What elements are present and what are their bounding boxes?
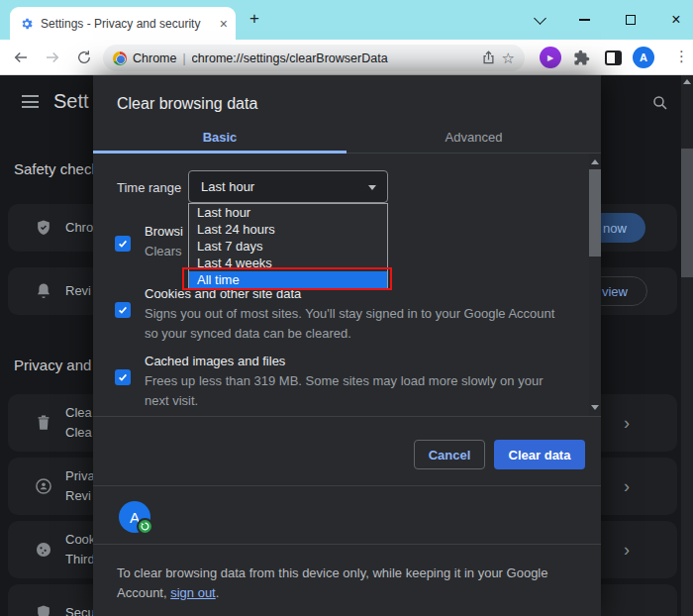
settings-gear-favicon-icon	[20, 17, 34, 31]
tab-close-icon[interactable]: ×	[220, 17, 228, 31]
scroll-up-icon[interactable]	[591, 159, 599, 164]
chevron-right-icon: ›	[624, 414, 630, 432]
annotation-highlight-box	[182, 267, 392, 290]
close-icon: ×	[671, 12, 680, 28]
chevron-down-icon	[534, 12, 546, 25]
side-panel-fill	[615, 52, 620, 63]
reload-icon	[76, 50, 92, 65]
privacy-heading: Privacy and s	[14, 357, 103, 373]
address-bar-url[interactable]: chrome://settings/clearBrowserData	[192, 51, 475, 65]
maximize-icon	[626, 15, 636, 25]
cached-desc-line2: next visit.	[145, 393, 198, 408]
new-tab-button[interactable]: +	[249, 9, 259, 29]
footer-line2-prefix: Account,	[117, 585, 170, 600]
browsing-history-checkbox[interactable]	[115, 236, 131, 252]
window-chevron-down-icon[interactable]	[532, 12, 547, 28]
option-last-7-days[interactable]: Last 7 days	[189, 238, 387, 255]
row-label-fragment: CleaClea	[65, 403, 92, 443]
scroll-down-icon[interactable]	[591, 405, 599, 410]
row-label-fragment: Chro	[65, 218, 93, 238]
tab-basic[interactable]: Basic	[93, 125, 346, 151]
window-close-button[interactable]: ×	[668, 12, 684, 28]
cached-desc-line1: Frees up less than 319 MB. Some sites ma…	[145, 373, 543, 388]
cookies-desc-line1: Signs you out of most sites. You'll stay…	[145, 306, 554, 321]
shield-icon	[34, 603, 53, 616]
checkmark-icon	[117, 304, 129, 316]
shield-check-icon	[34, 218, 53, 238]
cached-title: Cached images and files	[145, 354, 285, 368]
minimize-icon	[579, 19, 590, 21]
footer-divider-bottom	[93, 544, 601, 545]
dialog-scrollbar-thumb[interactable]	[589, 169, 601, 257]
side-panel-icon[interactable]	[605, 51, 622, 65]
chevron-right-icon: ›	[624, 477, 630, 495]
time-range-value: Last hour	[201, 179, 254, 194]
row-label-fragment: CookThird	[65, 530, 95, 569]
browser-tab[interactable]: Settings - Privacy and security ×	[10, 7, 236, 40]
trash-icon	[34, 413, 53, 433]
tab-strip: Settings - Privacy and security × + ×	[0, 0, 693, 40]
tab-title: Settings - Privacy and security	[41, 17, 214, 31]
privacy-guide-icon	[34, 476, 53, 496]
extensions-puzzle-icon[interactable]	[573, 50, 590, 66]
row-label-fragment: Revi	[65, 281, 91, 301]
reload-button[interactable]	[71, 40, 97, 75]
chevron-right-icon: ›	[624, 541, 630, 559]
window-minimize-button[interactable]	[576, 12, 592, 28]
row-label-fragment: Secu	[65, 603, 95, 616]
page-scrollbar-thumb[interactable]	[681, 149, 693, 277]
address-bar-brand: Chrome	[133, 51, 176, 65]
sign-out-link[interactable]: sign out	[170, 585, 216, 600]
footer-line2: Account, sign out.	[117, 585, 219, 600]
address-bar[interactable]: Chrome | chrome://settings/clearBrowserD…	[103, 45, 525, 71]
scroll-up-icon[interactable]	[683, 79, 691, 84]
address-bar-separator: |	[182, 51, 185, 65]
content-divider	[93, 416, 601, 417]
tab-advanced[interactable]: Advanced	[346, 125, 601, 151]
cookie-icon	[34, 540, 53, 560]
checkmark-icon	[117, 238, 129, 250]
sync-ok-badge-icon	[137, 518, 153, 535]
browsing-history-desc-fragment: Clears	[145, 244, 187, 258]
time-range-label: Time range	[117, 180, 181, 195]
back-arrow-icon	[12, 49, 30, 66]
forward-button[interactable]	[40, 40, 65, 75]
window-maximize-button[interactable]	[623, 12, 639, 28]
back-button[interactable]	[8, 40, 34, 75]
option-last-hour[interactable]: Last hour	[189, 204, 387, 221]
row-label-fragment: PrivaRevi	[65, 466, 95, 506]
bell-icon	[34, 281, 53, 301]
browsing-history-title-fragment: Browsi	[145, 224, 187, 239]
share-icon[interactable]	[481, 51, 496, 65]
option-last-24-hours[interactable]: Last 24 hours	[189, 221, 387, 238]
bookmark-star-icon[interactable]: ☆	[502, 51, 515, 65]
profile-avatar[interactable]: A	[633, 47, 654, 68]
cookies-checkbox[interactable]	[115, 302, 131, 318]
clear-data-button[interactable]: Clear data	[494, 440, 585, 469]
select-caret-icon	[368, 185, 376, 190]
menu-hamburger-icon[interactable]	[22, 95, 39, 112]
sync-arrows-icon	[141, 522, 149, 531]
safety-check-heading: Safety check	[14, 160, 99, 177]
cancel-button[interactable]: Cancel	[414, 440, 485, 469]
dialog-title: Clear browsing data	[117, 95, 257, 113]
forward-arrow-icon	[44, 49, 61, 66]
footer-line1: To clear browsing data from this device …	[117, 565, 547, 580]
checkmark-icon	[117, 371, 129, 383]
active-tab-underline	[93, 151, 346, 154]
search-icon[interactable]	[651, 94, 669, 112]
chrome-logo-icon	[113, 51, 127, 65]
media-control-button[interactable]: ▶	[540, 47, 561, 68]
clear-browsing-data-dialog: Clear browsing data Basic Advanced Time …	[93, 75, 601, 616]
footer-divider-top	[93, 485, 601, 486]
footer-line2-suffix: .	[216, 585, 220, 600]
cookies-desc-line2: so your synced data can be cleared.	[145, 326, 351, 341]
page-title-fragment: Sett	[53, 90, 89, 113]
time-range-select[interactable]: Last hour	[188, 170, 388, 203]
cached-checkbox[interactable]	[115, 369, 131, 385]
menu-kebab-icon[interactable]: ⋮	[674, 48, 689, 65]
